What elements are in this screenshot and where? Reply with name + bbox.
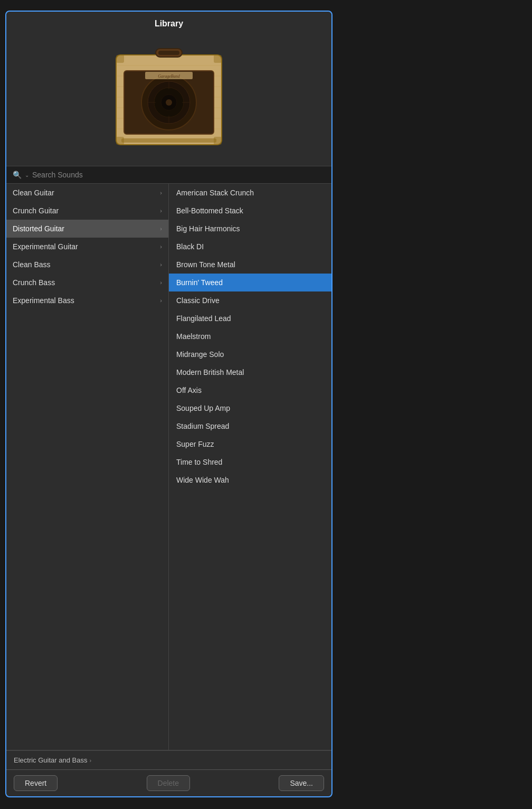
right-list-item[interactable]: Classic Drive (169, 291, 331, 309)
svg-point-13 (166, 99, 172, 106)
left-item-label: Clean Bass (13, 260, 51, 269)
left-list-item[interactable]: Crunch Bass› (6, 274, 168, 291)
right-list-item[interactable]: Souped Up Amp (169, 399, 331, 417)
right-list-item[interactable]: Midrange Solo (169, 345, 331, 363)
left-item-label: Distorted Guitar (13, 224, 64, 233)
left-list-item[interactable]: Clean Guitar› (6, 184, 168, 202)
right-list-item[interactable]: Modern British Metal (169, 363, 331, 381)
right-list-item[interactable]: Big Hair Harmonics (169, 220, 331, 238)
right-list: American Stack CrunchBell-Bottomed Stack… (169, 184, 331, 750)
chevron-icon: › (160, 208, 162, 214)
left-item-label: Crunch Guitar (13, 206, 59, 215)
left-item-label: Experimental Guitar (13, 242, 78, 251)
svg-rect-26 (214, 137, 222, 145)
left-list-item[interactable]: Clean Bass› (6, 256, 168, 274)
right-list-item[interactable]: Bell-Bottomed Stack (169, 202, 331, 220)
right-list-item[interactable]: Stadium Spread (169, 417, 331, 435)
left-item-label: Clean Guitar (13, 189, 54, 197)
chevron-icon: › (160, 279, 162, 286)
amp-image: GarageBand (106, 39, 232, 155)
chevron-icon: › (160, 261, 162, 268)
svg-text:GarageBand: GarageBand (158, 74, 180, 79)
bottom-bar: Revert Delete Save... (6, 769, 331, 796)
left-list-item[interactable]: Crunch Guitar› (6, 202, 168, 220)
search-chevron-icon: ⌄ (25, 172, 29, 178)
delete-button[interactable]: Delete (147, 775, 190, 791)
library-panel: Library (5, 11, 332, 797)
left-list-item[interactable]: Experimental Bass› (6, 291, 168, 309)
amp-image-container: GarageBand (6, 34, 331, 166)
chevron-icon: › (160, 225, 162, 232)
right-list-item[interactable]: Time to Shred (169, 453, 331, 471)
revert-button[interactable]: Revert (14, 775, 58, 791)
right-list-item[interactable]: Off Axis (169, 381, 331, 399)
chevron-icon: › (160, 297, 162, 304)
svg-rect-23 (116, 55, 124, 63)
right-list-item[interactable]: American Stack Crunch (169, 184, 331, 202)
left-list-item[interactable]: Distorted Guitar› (6, 220, 168, 238)
left-list: Clean Guitar›Crunch Guitar›Distorted Gui… (6, 184, 169, 750)
left-item-label: Experimental Bass (13, 296, 74, 305)
breadcrumb-text: Electric Guitar and Bass (14, 756, 87, 764)
breadcrumb-chevron-icon: › (89, 757, 91, 764)
left-item-label: Crunch Bass (13, 278, 55, 287)
left-list-item[interactable]: Experimental Guitar› (6, 238, 168, 256)
svg-rect-22 (121, 138, 216, 143)
right-list-item[interactable]: Brown Tone Metal (169, 256, 331, 274)
svg-rect-24 (214, 55, 222, 63)
save-button[interactable]: Save... (279, 775, 324, 791)
svg-rect-19 (158, 51, 179, 55)
search-input[interactable] (32, 171, 325, 179)
list-container: Clean Guitar›Crunch Guitar›Distorted Gui… (6, 184, 331, 750)
right-list-item[interactable]: Super Fuzz (169, 435, 331, 453)
svg-rect-25 (116, 137, 124, 145)
panel-title: Library (6, 12, 331, 34)
search-bar: 🔍 ⌄ (6, 166, 331, 184)
right-list-item[interactable]: Wide Wide Wah (169, 471, 331, 489)
right-list-item[interactable]: Black DI (169, 238, 331, 256)
right-list-item[interactable]: Flangilated Lead (169, 309, 331, 327)
chevron-icon: › (160, 243, 162, 250)
search-icon: 🔍 (13, 171, 22, 179)
chevron-icon: › (160, 190, 162, 196)
right-list-item[interactable]: Maelstrom (169, 327, 331, 345)
right-list-item[interactable]: Burnin' Tweed (169, 274, 331, 291)
breadcrumb-bar: Electric Guitar and Bass › (6, 750, 331, 769)
